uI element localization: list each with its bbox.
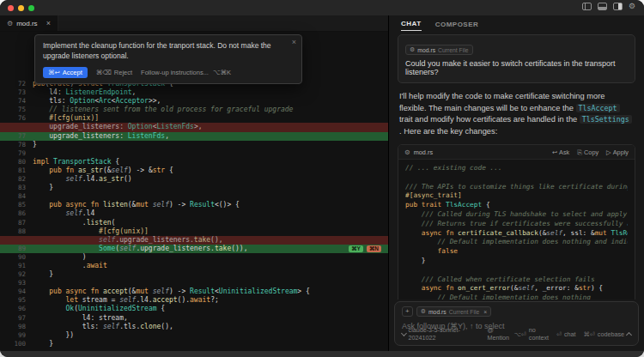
- toggle-bottom-panel-icon[interactable]: [598, 3, 607, 10]
- line-number: 97: [0, 314, 33, 323]
- code-line: 96 Ok(UninitializedStream {: [0, 305, 388, 313]
- apply-icon: ▷: [606, 148, 611, 156]
- diff-accept-button[interactable]: ⌘Y: [349, 245, 363, 252]
- line-number: 87: [0, 219, 33, 227]
- shortcut-kbd: ⌘⏎: [584, 330, 595, 338]
- code-line: [405, 266, 628, 275]
- chat-shortcut[interactable]: ⏎ chat: [556, 330, 576, 338]
- code-line: 90 ): [0, 253, 388, 262]
- line-number: 78: [0, 141, 33, 149]
- code-line: /// Returns true if certificates were su…: [405, 220, 628, 229]
- no-context-shortcut[interactable]: ⌥⏎ no context: [514, 326, 549, 342]
- code-line: 82 self.l4.as_str(): [0, 175, 388, 184]
- mention-button[interactable]: @ Mention: [487, 326, 513, 342]
- chevron-down-icon: [401, 330, 407, 336]
- followup-instructions-button[interactable]: Follow-up instructions... ⌥⌘K: [141, 69, 231, 76]
- code-line: 73 l4: ListenerEndpoint,: [0, 88, 388, 97]
- zoom-window-button[interactable]: [28, 5, 34, 11]
- chat-input-box[interactable]: + ⚙ mod.rs Current File × Ask followup (…: [394, 301, 639, 346]
- code-line: 83 }: [0, 184, 388, 192]
- window-bottom-bar: [0, 351, 644, 357]
- code-line: 85 pub async fn listen(&mut self) -> Res…: [0, 201, 388, 209]
- followup-label: Follow-up instructions...: [141, 69, 209, 76]
- code-line: 92 }: [0, 270, 388, 279]
- tab-close-icon[interactable]: ×: [46, 19, 51, 27]
- codebase-shortcut[interactable]: ⌘⏎ codebase: [584, 330, 631, 338]
- popup-prompt-text: Implement the cleanup function for the t…: [43, 41, 294, 61]
- line-number: 83: [0, 184, 33, 192]
- inline-edit-popup: × Implement the cleanup function for the…: [34, 34, 302, 84]
- tab-chat[interactable]: CHAT: [401, 17, 422, 31]
- code-line: 91 .await: [0, 262, 388, 270]
- code-line: upgrade_listeners: Option<ListenFds>,: [0, 123, 388, 131]
- close-window-button[interactable]: [8, 5, 14, 11]
- code-line: self.upgrade_listeners.take(),: [0, 236, 388, 245]
- line-number: 98: [0, 323, 33, 331]
- add-context-button[interactable]: +: [402, 306, 413, 317]
- line-number: 86: [0, 209, 33, 218]
- code-line: 97 l4: stream,: [0, 314, 388, 323]
- toggle-right-panel-icon[interactable]: [613, 3, 623, 10]
- chip-filename: mod.rs: [417, 47, 435, 53]
- code-line: false: [405, 247, 628, 257]
- reject-button[interactable]: ⌘⌫ Reject: [96, 69, 132, 76]
- code-line: 88 #[cfg(unix)]: [0, 227, 388, 236]
- line-number: 99: [0, 331, 33, 340]
- rust-file-icon: ⚙: [7, 20, 13, 27]
- reject-label: Reject: [114, 69, 132, 76]
- user-message-text: Could you make it easier to switch certi…: [405, 59, 628, 76]
- copy-button[interactable]: ⎘Copy: [577, 148, 598, 156]
- titlebar: ⚙: [0, 0, 644, 15]
- code-line: // Default implementation does nothing a…: [405, 238, 628, 247]
- tab-composer[interactable]: COMPOSER: [435, 18, 479, 31]
- code-line: async fn on_cert_error(&self, _error: &s…: [405, 284, 628, 293]
- line-number: 100: [0, 340, 33, 348]
- chevron-up-icon: [626, 331, 632, 337]
- line-number: 81: [0, 166, 33, 175]
- settings-gear-icon[interactable]: ⚙: [629, 3, 635, 10]
- line-number: 77: [0, 132, 33, 141]
- code-editor: ⚙ mod.rs × 72pub(crate) struct Transport…: [0, 15, 388, 351]
- model-name: claude-3-5-sonnet-20241022: [409, 326, 479, 342]
- code-line: 86 self.l4: [0, 209, 388, 218]
- inline-code-chip[interactable]: TlsAccept: [576, 104, 620, 112]
- chat-panel: CHAT COMPOSER ⚙ mod.rs Current File Coul…: [388, 15, 644, 351]
- apply-button[interactable]: ▷Apply: [606, 148, 629, 156]
- apply-label: Apply: [613, 148, 629, 156]
- shortcut-label: chat: [564, 330, 576, 338]
- diff-reject-button[interactable]: ⌘N: [367, 245, 381, 252]
- code-line: 98 tls: self.tls.clone(),: [0, 323, 388, 331]
- line-number: 82: [0, 175, 33, 184]
- line-number: 95: [0, 296, 33, 305]
- user-message: ⚙ mod.rs Current File Could you make it …: [398, 34, 635, 83]
- line-number: 74: [0, 97, 33, 106]
- accept-button[interactable]: ⌘↩ Accept: [43, 67, 88, 78]
- rust-file-icon: ⚙: [404, 148, 410, 156]
- line-number: 96: [0, 305, 33, 313]
- code-line: /// Called when certificate selection fa…: [405, 275, 628, 285]
- code-block-body: // ... existing code .../// The APIs to …: [398, 160, 635, 300]
- ask-button[interactable]: ↩Ask: [552, 148, 569, 156]
- inline-code-chip[interactable]: TlsSettings: [580, 115, 632, 124]
- editor-tab-modrs[interactable]: ⚙ mod.rs ×: [0, 15, 58, 31]
- code-line: 99 }): [0, 331, 388, 340]
- popup-close-icon[interactable]: ×: [292, 38, 296, 46]
- chip-filename: mod.rs: [428, 309, 447, 315]
- toggle-left-panel-icon[interactable]: [582, 3, 592, 10]
- code-line: async fn certificate_callback(&self, ssl…: [405, 229, 628, 239]
- model-selector[interactable]: claude-3-5-sonnet-20241022: [402, 326, 478, 342]
- line-number: 94: [0, 287, 33, 296]
- minimize-window-button[interactable]: [18, 5, 24, 11]
- input-context-file-chip[interactable]: ⚙ mod.rs Current File ×: [416, 306, 492, 317]
- code-line: 94 pub async fn accept(&mut self) -> Res…: [0, 287, 388, 296]
- accept-label: Accept: [63, 69, 82, 76]
- shortcut-kbd: ⌥⏎: [514, 330, 526, 338]
- line-number: 88: [0, 227, 33, 236]
- context-file-chip[interactable]: ⚙ mod.rs Current File: [405, 45, 473, 55]
- code-line: /// Called during TLS handshake to selec…: [405, 210, 628, 220]
- ask-icon: ↩: [552, 148, 557, 156]
- copy-icon: ⎘: [577, 148, 582, 156]
- chip-remove-icon[interactable]: ×: [483, 309, 487, 315]
- chat-code-block: ⚙ mod.rs ↩Ask ⎘Copy ▷Apply // ... existi…: [398, 144, 635, 300]
- ask-label: Ask: [559, 148, 569, 156]
